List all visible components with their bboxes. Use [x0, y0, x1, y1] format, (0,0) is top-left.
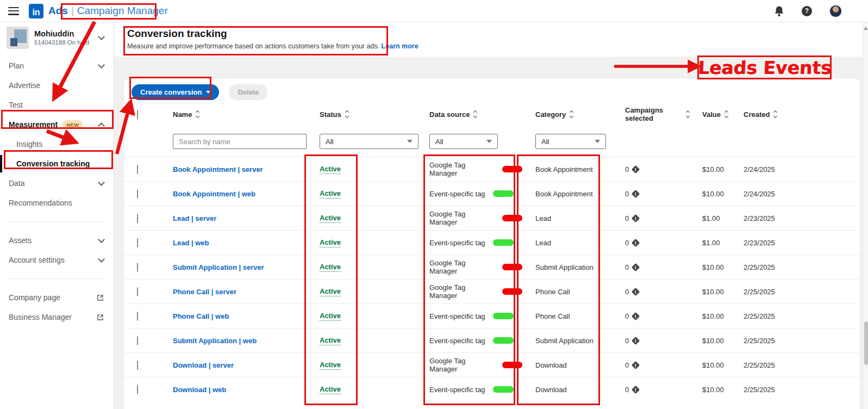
campaigns-alert-icon[interactable]: ! — [632, 189, 640, 198]
chevron-down-icon — [407, 140, 413, 143]
conversion-name-link[interactable]: Phone Call | server — [173, 288, 236, 296]
sidebar-nav: Plan Advertise Test Measurement NEW Insi… — [0, 56, 114, 327]
scrollbar-thumb[interactable] — [864, 321, 868, 365]
value-label: $10.00 — [702, 165, 724, 173]
row-checkbox[interactable] — [137, 336, 138, 345]
campaigns-alert-icon[interactable]: ! — [632, 238, 640, 247]
sidebar-item-insights[interactable]: Insights — [0, 134, 114, 154]
campaigns-alert-icon[interactable]: ! — [632, 336, 640, 345]
notifications-bell-icon[interactable] — [774, 5, 784, 17]
campaigns-count: 0 — [625, 214, 629, 222]
row-checkbox[interactable] — [137, 263, 138, 272]
sidebar-divider — [9, 221, 105, 222]
user-avatar[interactable] — [829, 5, 842, 17]
sort-icon[interactable] — [196, 111, 199, 118]
category-filter-select[interactable]: All — [535, 134, 606, 149]
status-filter-select[interactable]: All — [320, 134, 419, 149]
campaigns-alert-icon[interactable]: ! — [632, 263, 640, 271]
status-link[interactable]: Active — [320, 214, 341, 223]
status-link[interactable]: Active — [320, 189, 341, 199]
data-source-highlight-pill — [493, 386, 514, 393]
hamburger-menu-icon[interactable] — [8, 7, 19, 15]
account-switcher[interactable]: Mohiuddin 514043188 On hold — [0, 22, 114, 53]
scrollbar[interactable] — [863, 22, 868, 409]
row-checkbox[interactable] — [137, 189, 138, 199]
sidebar-item-recommendations[interactable]: Recommendations — [0, 193, 114, 213]
sidebar-item-data[interactable]: Data — [0, 173, 114, 193]
table-row: Lead | server Active Google Tag Manager … — [124, 206, 860, 230]
sidebar-item-plan[interactable]: Plan — [0, 56, 114, 76]
sidebar-item-account-settings[interactable]: Account settings — [0, 250, 114, 270]
sidebar-item-measurement[interactable]: Measurement NEW — [0, 115, 114, 134]
row-checkbox[interactable] — [137, 238, 138, 247]
sidebar-item-business-manager[interactable]: Business Manager — [0, 307, 114, 327]
column-header-value[interactable]: Value — [689, 110, 730, 119]
sidebar-item-assets[interactable]: Assets — [0, 231, 114, 250]
table-row: Submit Application | server Active Googl… — [124, 255, 860, 279]
status-link[interactable]: Active — [320, 312, 341, 321]
row-checkbox[interactable] — [137, 361, 138, 370]
sort-icon[interactable] — [774, 111, 777, 118]
category-label: Submit Application — [535, 337, 594, 345]
learn-more-link[interactable]: Learn more — [382, 42, 419, 50]
app-title[interactable]: Campaign Manager — [77, 5, 168, 17]
conversion-name-link[interactable]: Download | web — [173, 386, 226, 394]
column-header-data-source[interactable]: Data source — [416, 110, 522, 119]
conversion-name-link[interactable]: Lead | server — [173, 214, 216, 222]
product-label[interactable]: Ads — [48, 5, 68, 17]
column-header-name[interactable]: Name — [160, 110, 307, 119]
sidebar-item-conversion-tracking[interactable]: Conversion tracking — [0, 154, 114, 173]
status-link[interactable]: Active — [320, 238, 341, 247]
column-header-status[interactable]: Status — [307, 110, 416, 119]
row-checkbox[interactable] — [137, 385, 138, 394]
sidebar-item-advertise[interactable]: Advertise — [0, 76, 114, 95]
chevron-icon — [98, 122, 105, 129]
conversion-name-link[interactable]: Lead | web — [173, 239, 209, 247]
data-source-filter-select[interactable]: All — [429, 134, 498, 149]
campaigns-alert-icon[interactable]: ! — [632, 385, 640, 394]
conversion-name-link[interactable]: Download | server — [173, 361, 234, 369]
column-header-category[interactable]: Category — [522, 110, 612, 119]
campaigns-alert-icon[interactable]: ! — [632, 287, 640, 296]
help-icon[interactable]: ? — [802, 6, 812, 16]
conversion-name-link[interactable]: Submit Application | server — [173, 263, 264, 271]
conversion-name-link[interactable]: Submit Application | web — [173, 337, 257, 345]
sidebar-item-test[interactable]: Test — [0, 95, 114, 115]
campaigns-alert-icon[interactable]: ! — [632, 361, 640, 369]
sort-icon[interactable] — [725, 111, 728, 118]
sidebar-item-label: Assets — [9, 236, 32, 245]
status-link[interactable]: Active — [320, 385, 341, 394]
status-link[interactable]: Active — [320, 336, 341, 345]
campaigns-alert-icon[interactable]: ! — [632, 214, 640, 222]
conversion-name-link[interactable]: Book Appointment | server — [173, 165, 263, 173]
chevron-down-icon — [486, 140, 492, 143]
row-checkbox[interactable] — [137, 287, 138, 296]
status-link[interactable]: Active — [320, 263, 341, 272]
status-link[interactable]: Active — [320, 287, 341, 296]
sidebar-divider — [9, 278, 105, 279]
delete-button[interactable]: Delete — [229, 84, 267, 100]
select-all-checkbox[interactable] — [137, 110, 138, 119]
conversion-name-link[interactable]: Phone Call | web — [173, 312, 229, 320]
scroll-up-arrow[interactable] — [864, 27, 868, 31]
search-input[interactable] — [173, 134, 307, 149]
category-label: Book Appointment — [535, 165, 593, 173]
create-conversion-button[interactable]: Create conversion — [132, 84, 219, 100]
sort-icon[interactable] — [474, 111, 477, 118]
sort-icon[interactable] — [570, 111, 573, 118]
campaigns-alert-icon[interactable]: ! — [632, 165, 640, 173]
conversion-name-link[interactable]: Book Appointment | web — [173, 190, 255, 198]
linkedin-logo[interactable]: in — [29, 4, 43, 18]
row-checkbox[interactable] — [137, 312, 138, 321]
status-link[interactable]: Active — [320, 361, 341, 370]
status-link[interactable]: Active — [320, 165, 341, 174]
column-header-created[interactable]: Created — [730, 110, 860, 119]
column-header-campaigns-selected[interactable]: Campaigns selected — [612, 106, 689, 122]
sidebar-item-company-page[interactable]: Company page — [0, 288, 114, 307]
campaigns-alert-icon[interactable]: ! — [632, 312, 640, 320]
row-checkbox[interactable] — [137, 214, 138, 223]
created-date-label: 2/23/2025 — [744, 214, 775, 222]
main-content: Conversion tracking Measure and improve … — [114, 22, 868, 409]
sort-icon[interactable] — [346, 111, 348, 118]
row-checkbox[interactable] — [137, 165, 138, 174]
